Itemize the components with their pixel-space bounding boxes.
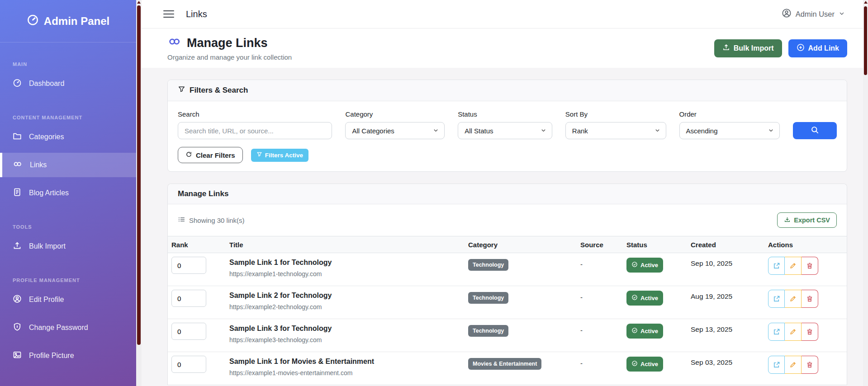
scroll-up-arrow[interactable] — [864, 1, 868, 4]
link-url: https://example1-technology.com — [229, 270, 464, 278]
open-link-button[interactable] — [768, 356, 785, 374]
search-label: Search — [178, 110, 332, 118]
bulk-import-button[interactable]: Bulk Import — [714, 39, 782, 57]
sidebar-scrollbar[interactable] — [136, 0, 142, 386]
chevron-down-icon — [768, 127, 774, 135]
delete-link-button[interactable] — [802, 323, 818, 341]
open-link-button[interactable] — [768, 290, 785, 308]
table-toolbar: Showing 30 link(s) Export CSV — [168, 204, 847, 236]
sidebar-item-categories[interactable]: Categories — [0, 125, 136, 149]
sidebar-section-tools: TOOLS — [0, 224, 136, 230]
plus-circle-icon — [797, 43, 805, 53]
topbar: Links Admin User — [142, 0, 863, 28]
row-actions — [768, 356, 818, 374]
page-subtitle: Organize and manage your link collection — [167, 53, 292, 61]
row-actions — [768, 290, 818, 308]
open-link-button[interactable] — [768, 323, 785, 341]
sidebar-item-label: Dashboard — [29, 80, 64, 88]
rank-input[interactable] — [171, 323, 206, 340]
open-link-button[interactable] — [768, 257, 785, 275]
category-badge: Technology — [468, 325, 508, 337]
source-value: - — [580, 293, 622, 301]
hamburger-menu-icon[interactable] — [163, 8, 174, 20]
page-header: Manage Links Organize and manage your li… — [142, 28, 863, 68]
file-text-icon — [13, 188, 22, 198]
links-card-title: Manage Links — [178, 189, 228, 198]
sort-by-label: Sort By — [565, 110, 666, 118]
edit-link-button[interactable] — [785, 323, 802, 341]
chain-links-icon — [13, 160, 23, 170]
sidebar-item-blog-articles[interactable]: Blog Articles — [0, 181, 136, 205]
category-badge: Technology — [468, 259, 508, 271]
check-circle-icon — [631, 360, 638, 368]
rank-input[interactable] — [171, 290, 206, 307]
brand-title: Admin Panel — [44, 15, 109, 28]
clear-filters-button[interactable]: Clear Filters — [178, 147, 243, 163]
edit-link-button[interactable] — [785, 290, 802, 308]
sidebar-item-profile-picture[interactable]: Profile Picture — [0, 344, 136, 368]
gauge-icon — [27, 14, 39, 28]
chevron-down-icon — [839, 10, 845, 19]
sidebar-section-profile: PROFILE MANAGEMENT — [0, 278, 136, 283]
upload-icon — [13, 241, 22, 252]
scroll-up-arrow[interactable] — [137, 1, 141, 4]
table-row: Sample Link 3 for Technology https://exa… — [168, 319, 847, 352]
col-header-title: Title — [224, 241, 464, 249]
sidebar-item-dashboard[interactable]: Dashboard — [0, 71, 136, 96]
export-csv-button[interactable]: Export CSV — [777, 212, 837, 228]
sort-by-select[interactable]: Rank — [565, 122, 666, 139]
link-title: Sample Link 3 for Technology — [229, 325, 464, 333]
refresh-icon — [185, 151, 192, 159]
table-row: Sample Link 1 for Movies & Entertainment… — [168, 352, 847, 385]
sidebar-section-main: MAIN — [0, 61, 136, 67]
funnel-icon — [178, 85, 185, 95]
chevron-down-icon — [433, 127, 439, 135]
col-header-actions: Actions — [764, 241, 847, 249]
col-header-created: Created — [686, 241, 764, 249]
check-circle-icon — [631, 261, 638, 269]
sidebar-brand: Admin Panel — [0, 0, 136, 42]
magnifier-icon — [811, 126, 819, 136]
source-value: - — [580, 260, 622, 268]
col-header-status: Status — [622, 241, 686, 249]
scrollbar-thumb[interactable] — [137, 5, 141, 345]
person-circle-icon — [782, 8, 792, 20]
created-date: Aug 19, 2025 — [691, 292, 764, 301]
sidebar-item-bulk-import[interactable]: Bulk Import — [0, 234, 136, 259]
filters-card: Filters & Search Search Category All Cat… — [167, 80, 847, 172]
user-name: Admin User — [796, 10, 835, 19]
sidebar: Admin Panel MAIN Dashboard CONTENT MANAG… — [0, 0, 136, 386]
filters-active-badge: Filters Active — [251, 149, 308, 162]
category-badge: Movies & Entertainment — [468, 358, 541, 370]
delete-link-button[interactable] — [802, 257, 818, 275]
order-select[interactable]: Ascending — [679, 122, 780, 139]
edit-link-button[interactable] — [785, 257, 802, 275]
search-submit-button[interactable] — [793, 122, 837, 139]
check-circle-icon — [631, 294, 638, 302]
sidebar-item-label: Links — [30, 161, 47, 169]
category-select[interactable]: All Categories — [345, 122, 445, 139]
rank-input[interactable] — [171, 356, 206, 373]
page-scrollbar[interactable] — [863, 0, 868, 386]
sidebar-item-label: Profile Picture — [29, 352, 74, 360]
search-input[interactable] — [178, 122, 332, 139]
add-link-button[interactable]: Add Link — [788, 39, 847, 57]
sidebar-item-label: Categories — [29, 133, 64, 141]
sidebar-item-edit-profile[interactable]: Edit Profile — [0, 287, 136, 312]
category-badge: Technology — [468, 292, 508, 304]
download-icon — [784, 216, 791, 224]
scrollbar-thumb[interactable] — [864, 6, 867, 75]
sidebar-item-change-password[interactable]: Change Password — [0, 315, 136, 340]
rank-input[interactable] — [171, 257, 206, 274]
edit-link-button[interactable] — [785, 356, 802, 374]
delete-link-button[interactable] — [802, 356, 818, 374]
status-select[interactable]: All Status — [458, 122, 552, 139]
status-badge: Active — [626, 258, 663, 273]
gauge-icon — [13, 78, 22, 89]
link-url: https://example3-technology.com — [229, 336, 464, 344]
status-badge: Active — [626, 291, 663, 306]
user-menu[interactable]: Admin User — [782, 8, 845, 20]
table-row: Sample Link 1 for Technology https://exa… — [168, 253, 847, 286]
sidebar-item-links[interactable]: Links — [0, 153, 136, 177]
delete-link-button[interactable] — [802, 290, 818, 308]
